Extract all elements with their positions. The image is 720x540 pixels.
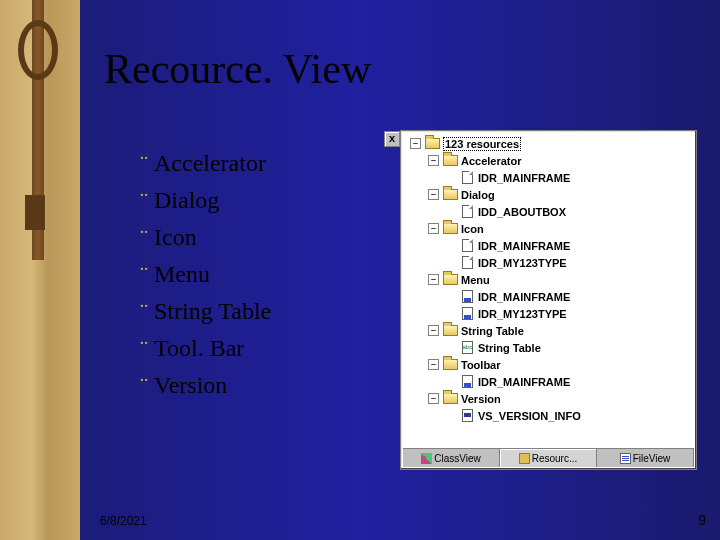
slide-title: Recource. View (104, 45, 371, 93)
toolbar-resource-icon (459, 375, 475, 389)
tree-item[interactable]: IDR_MAINFRAME (403, 169, 694, 186)
tree-folder-toolbar[interactable]: − Toolbar (403, 356, 694, 373)
tree-label[interactable]: String Table (478, 342, 541, 354)
tree-label[interactable]: Toolbar (461, 359, 501, 371)
collapse-icon[interactable]: − (428, 359, 439, 370)
folder-open-icon (442, 392, 458, 406)
tree-root[interactable]: − 123 resources (403, 135, 694, 152)
bullet-item: ¨Menu (140, 261, 271, 288)
bullet-marker: ¨ (140, 150, 148, 176)
tree-label[interactable]: IDR_MY123TYPE (478, 257, 567, 269)
key-bit-decoration (25, 195, 45, 230)
tree-label[interactable]: IDR_MAINFRAME (478, 172, 570, 184)
tree-label[interactable]: IDR_MAINFRAME (478, 291, 570, 303)
decorative-key-strip (0, 0, 80, 540)
tree-item[interactable]: String Table (403, 339, 694, 356)
tree-item[interactable]: VS_VERSION_INFO (403, 407, 694, 424)
tree-item[interactable]: IDR_MAINFRAME (403, 288, 694, 305)
fileview-icon (620, 453, 631, 464)
collapse-icon[interactable]: − (428, 274, 439, 285)
icon-resource-icon (459, 239, 475, 253)
icon-resource-icon (459, 256, 475, 270)
collapse-icon[interactable]: − (428, 189, 439, 200)
tree-label[interactable]: Dialog (461, 189, 495, 201)
folder-open-icon (442, 154, 458, 168)
bullet-text: Accelerator (154, 150, 266, 176)
collapse-icon[interactable]: − (410, 138, 421, 149)
collapse-icon[interactable]: − (428, 155, 439, 166)
bullet-list: ¨Accelerator ¨Dialog ¨Icon ¨Menu ¨String… (140, 150, 271, 409)
folder-open-icon (442, 358, 458, 372)
tree-label[interactable]: IDR_MY123TYPE (478, 308, 567, 320)
tree-root-label[interactable]: 123 resources (443, 137, 521, 151)
bullet-text: Menu (154, 261, 210, 287)
tab-fileview[interactable]: FileView (597, 449, 694, 467)
collapse-icon[interactable]: − (428, 223, 439, 234)
menu-resource-icon (459, 290, 475, 304)
bullet-text: Version (154, 372, 227, 398)
tree-label[interactable]: IDR_MAINFRAME (478, 376, 570, 388)
tree-folder-icon[interactable]: − Icon (403, 220, 694, 237)
bullet-text: String Table (154, 298, 271, 324)
tab-label: FileView (633, 453, 671, 464)
tree-item[interactable]: IDR_MAINFRAME (403, 237, 694, 254)
footer-date: 6/8/2021 (100, 514, 147, 528)
tree-folder-menu[interactable]: − Menu (403, 271, 694, 288)
bullet-marker: ¨ (140, 372, 148, 398)
resource-view-panel: x − 123 resources − Accelerator IDR_MAIN… (400, 130, 697, 470)
bullet-item: ¨Dialog (140, 187, 271, 214)
tree-item[interactable]: IDR_MAINFRAME (403, 373, 694, 390)
bullet-text: Tool. Bar (154, 335, 244, 361)
accelerator-icon (459, 171, 475, 185)
folder-open-icon (442, 188, 458, 202)
classview-icon (421, 453, 432, 464)
dialog-icon (459, 205, 475, 219)
tree-label[interactable]: IDD_ABOUTBOX (478, 206, 566, 218)
stringtable-icon (459, 341, 475, 355)
bullet-marker: ¨ (140, 298, 148, 324)
folder-open-icon (424, 137, 440, 151)
version-resource-icon (459, 409, 475, 423)
tree-label[interactable]: IDR_MAINFRAME (478, 240, 570, 252)
tree-label[interactable]: Icon (461, 223, 484, 235)
bullet-marker: ¨ (140, 187, 148, 213)
tree-label[interactable]: VS_VERSION_INFO (478, 410, 581, 422)
bullet-item: ¨Accelerator (140, 150, 271, 177)
folder-open-icon (442, 273, 458, 287)
tree-folder-dialog[interactable]: − Dialog (403, 186, 694, 203)
resourceview-icon (519, 453, 530, 464)
workspace-tabs: ClassView Resourc... FileView (403, 448, 694, 467)
collapse-icon[interactable]: − (428, 393, 439, 404)
bullet-item: ¨Version (140, 372, 271, 399)
menu-resource-icon (459, 307, 475, 321)
tree-label[interactable]: Accelerator (461, 155, 522, 167)
tree-folder-version[interactable]: − Version (403, 390, 694, 407)
tree-label[interactable]: Menu (461, 274, 490, 286)
tree-label[interactable]: String Table (461, 325, 524, 337)
folder-open-icon (442, 222, 458, 236)
tree-folder-stringtable[interactable]: − String Table (403, 322, 694, 339)
bullet-text: Dialog (154, 187, 219, 213)
tree-item[interactable]: IDR_MY123TYPE (403, 254, 694, 271)
bullet-item: ¨Tool. Bar (140, 335, 271, 362)
key-ring-decoration (18, 20, 58, 80)
tree-folder-accelerator[interactable]: − Accelerator (403, 152, 694, 169)
tree-item[interactable]: IDR_MY123TYPE (403, 305, 694, 322)
collapse-icon[interactable]: − (428, 325, 439, 336)
resource-tree[interactable]: − 123 resources − Accelerator IDR_MAINFR… (403, 133, 694, 447)
tree-item[interactable]: IDD_ABOUTBOX (403, 203, 694, 220)
bullet-marker: ¨ (140, 335, 148, 361)
panel-close-button[interactable]: x (384, 131, 400, 147)
bullet-item: ¨String Table (140, 298, 271, 325)
folder-open-icon (442, 324, 458, 338)
bullet-marker: ¨ (140, 224, 148, 250)
tab-label: Resourc... (532, 453, 578, 464)
tab-label: ClassView (434, 453, 481, 464)
footer-page-number: 9 (698, 512, 706, 528)
tree-label[interactable]: Version (461, 393, 501, 405)
tab-classview[interactable]: ClassView (403, 449, 500, 467)
bullet-item: ¨Icon (140, 224, 271, 251)
tab-resourceview[interactable]: Resourc... (500, 449, 597, 467)
bullet-text: Icon (154, 224, 197, 250)
bullet-marker: ¨ (140, 261, 148, 287)
